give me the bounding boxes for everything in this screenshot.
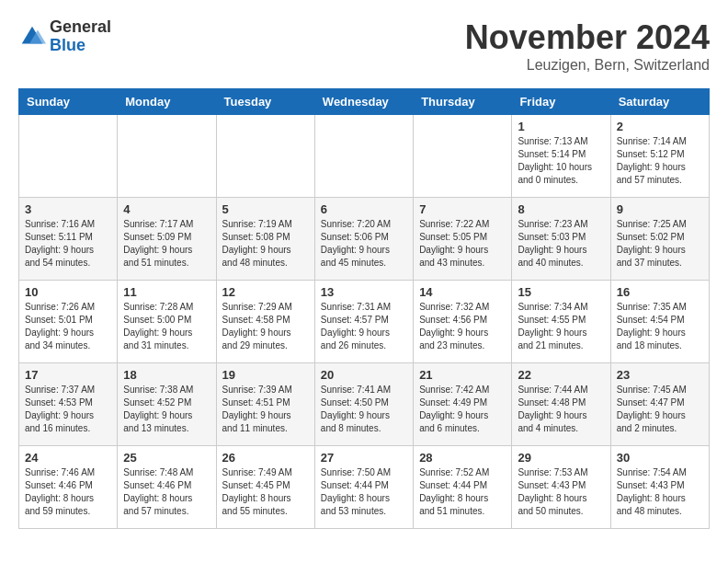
calendar-week-row: 3Sunrise: 7:16 AM Sunset: 5:11 PM Daylig…: [19, 198, 710, 281]
day-number: 25: [123, 451, 210, 465]
logo-text: General Blue: [50, 18, 111, 55]
day-number: 20: [321, 368, 407, 382]
day-info: Sunrise: 7:49 AM Sunset: 4:45 PM Dayligh…: [222, 466, 309, 518]
day-number: 3: [25, 202, 111, 216]
table-row: [19, 115, 118, 198]
day-info: Sunrise: 7:39 AM Sunset: 4:51 PM Dayligh…: [222, 384, 309, 435]
logo-general-text: General: [50, 18, 111, 37]
title-section: November 2024 Leuzigen, Bern, Switzerlan…: [465, 18, 710, 74]
day-number: 11: [123, 285, 210, 299]
table-row: 22Sunrise: 7:44 AM Sunset: 4:48 PM Dayli…: [512, 363, 610, 446]
header-tuesday: Tuesday: [216, 89, 314, 115]
table-row: [414, 115, 512, 198]
table-row: 11Sunrise: 7:28 AM Sunset: 5:00 PM Dayli…: [118, 281, 216, 363]
day-info: Sunrise: 7:25 AM Sunset: 5:02 PM Dayligh…: [617, 218, 703, 270]
day-number: 26: [222, 451, 309, 465]
table-row: 29Sunrise: 7:53 AM Sunset: 4:43 PM Dayli…: [512, 446, 610, 529]
day-info: Sunrise: 7:34 AM Sunset: 4:55 PM Dayligh…: [518, 301, 604, 352]
day-info: Sunrise: 7:26 AM Sunset: 5:01 PM Dayligh…: [25, 301, 111, 352]
day-info: Sunrise: 7:54 AM Sunset: 4:43 PM Dayligh…: [617, 466, 703, 518]
table-row: 7Sunrise: 7:22 AM Sunset: 5:05 PM Daylig…: [414, 198, 512, 281]
table-row: 10Sunrise: 7:26 AM Sunset: 5:01 PM Dayli…: [19, 281, 118, 363]
table-row: 17Sunrise: 7:37 AM Sunset: 4:53 PM Dayli…: [19, 363, 118, 446]
table-row: 6Sunrise: 7:20 AM Sunset: 5:06 PM Daylig…: [314, 198, 413, 281]
day-info: Sunrise: 7:31 AM Sunset: 4:57 PM Dayligh…: [321, 301, 407, 352]
day-number: 18: [123, 368, 210, 382]
table-row: 1Sunrise: 7:13 AM Sunset: 5:14 PM Daylig…: [512, 115, 610, 198]
day-info: Sunrise: 7:52 AM Sunset: 4:44 PM Dayligh…: [419, 466, 506, 518]
day-info: Sunrise: 7:22 AM Sunset: 5:05 PM Dayligh…: [419, 218, 506, 270]
day-info: Sunrise: 7:53 AM Sunset: 4:43 PM Dayligh…: [518, 466, 604, 518]
table-row: 19Sunrise: 7:39 AM Sunset: 4:51 PM Dayli…: [216, 363, 314, 446]
table-row: 27Sunrise: 7:50 AM Sunset: 4:44 PM Dayli…: [314, 446, 413, 529]
day-number: 9: [617, 202, 703, 216]
day-number: 23: [617, 368, 703, 382]
day-info: Sunrise: 7:28 AM Sunset: 5:00 PM Dayligh…: [123, 301, 210, 352]
calendar-header-row: Sunday Monday Tuesday Wednesday Thursday…: [19, 89, 710, 115]
header-monday: Monday: [118, 89, 216, 115]
day-number: 17: [25, 368, 111, 382]
table-row: 13Sunrise: 7:31 AM Sunset: 4:57 PM Dayli…: [314, 281, 413, 363]
table-row: 9Sunrise: 7:25 AM Sunset: 5:02 PM Daylig…: [610, 198, 709, 281]
day-number: 13: [321, 285, 407, 299]
day-number: 28: [419, 451, 506, 465]
table-row: 30Sunrise: 7:54 AM Sunset: 4:43 PM Dayli…: [610, 446, 709, 529]
table-row: 15Sunrise: 7:34 AM Sunset: 4:55 PM Dayli…: [512, 281, 610, 363]
day-info: Sunrise: 7:35 AM Sunset: 4:54 PM Dayligh…: [617, 301, 703, 352]
table-row: 2Sunrise: 7:14 AM Sunset: 5:12 PM Daylig…: [610, 115, 709, 198]
day-number: 14: [419, 285, 506, 299]
day-number: 30: [617, 451, 703, 465]
table-row: [118, 115, 216, 198]
day-number: 29: [518, 451, 604, 465]
calendar-week-row: 17Sunrise: 7:37 AM Sunset: 4:53 PM Dayli…: [19, 363, 710, 446]
day-info: Sunrise: 7:37 AM Sunset: 4:53 PM Dayligh…: [25, 384, 111, 435]
day-number: 16: [617, 285, 703, 299]
day-info: Sunrise: 7:44 AM Sunset: 4:48 PM Dayligh…: [518, 384, 604, 435]
calendar-week-row: 10Sunrise: 7:26 AM Sunset: 5:01 PM Dayli…: [19, 281, 710, 363]
table-row: 18Sunrise: 7:38 AM Sunset: 4:52 PM Dayli…: [118, 363, 216, 446]
day-info: Sunrise: 7:20 AM Sunset: 5:06 PM Dayligh…: [321, 218, 407, 270]
header-thursday: Thursday: [414, 89, 512, 115]
day-info: Sunrise: 7:19 AM Sunset: 5:08 PM Dayligh…: [222, 218, 309, 270]
day-info: Sunrise: 7:14 AM Sunset: 5:12 PM Dayligh…: [617, 135, 703, 187]
day-number: 10: [25, 285, 111, 299]
logo-icon: [18, 23, 46, 51]
table-row: 12Sunrise: 7:29 AM Sunset: 4:58 PM Dayli…: [216, 281, 314, 363]
day-info: Sunrise: 7:32 AM Sunset: 4:56 PM Dayligh…: [419, 301, 506, 352]
table-row: 26Sunrise: 7:49 AM Sunset: 4:45 PM Dayli…: [216, 446, 314, 529]
table-row: 21Sunrise: 7:42 AM Sunset: 4:49 PM Dayli…: [414, 363, 512, 446]
calendar-week-row: 24Sunrise: 7:46 AM Sunset: 4:46 PM Dayli…: [19, 446, 710, 529]
day-info: Sunrise: 7:16 AM Sunset: 5:11 PM Dayligh…: [25, 218, 111, 270]
table-row: 25Sunrise: 7:48 AM Sunset: 4:46 PM Dayli…: [118, 446, 216, 529]
day-number: 22: [518, 368, 604, 382]
day-info: Sunrise: 7:42 AM Sunset: 4:49 PM Dayligh…: [419, 384, 506, 435]
day-number: 15: [518, 285, 604, 299]
day-info: Sunrise: 7:38 AM Sunset: 4:52 PM Dayligh…: [123, 384, 210, 435]
day-info: Sunrise: 7:29 AM Sunset: 4:58 PM Dayligh…: [222, 301, 309, 352]
day-number: 8: [518, 202, 604, 216]
table-row: 16Sunrise: 7:35 AM Sunset: 4:54 PM Dayli…: [610, 281, 709, 363]
day-number: 19: [222, 368, 309, 382]
table-row: [314, 115, 413, 198]
logo-blue-text: Blue: [50, 37, 111, 55]
table-row: 20Sunrise: 7:41 AM Sunset: 4:50 PM Dayli…: [314, 363, 413, 446]
table-row: 8Sunrise: 7:23 AM Sunset: 5:03 PM Daylig…: [512, 198, 610, 281]
table-row: 23Sunrise: 7:45 AM Sunset: 4:47 PM Dayli…: [610, 363, 709, 446]
header-wednesday: Wednesday: [314, 89, 413, 115]
page-header: General Blue November 2024 Leuzigen, Ber…: [18, 18, 710, 74]
day-number: 5: [222, 202, 309, 216]
table-row: [216, 115, 314, 198]
logo: General Blue: [18, 18, 111, 55]
header-friday: Friday: [512, 89, 610, 115]
table-row: 4Sunrise: 7:17 AM Sunset: 5:09 PM Daylig…: [118, 198, 216, 281]
day-number: 2: [617, 120, 703, 133]
header-saturday: Saturday: [610, 89, 709, 115]
day-number: 4: [123, 202, 210, 216]
day-number: 1: [518, 120, 604, 133]
day-info: Sunrise: 7:17 AM Sunset: 5:09 PM Dayligh…: [123, 218, 210, 270]
day-number: 12: [222, 285, 309, 299]
header-sunday: Sunday: [19, 89, 118, 115]
table-row: 3Sunrise: 7:16 AM Sunset: 5:11 PM Daylig…: [19, 198, 118, 281]
day-number: 21: [419, 368, 506, 382]
day-info: Sunrise: 7:23 AM Sunset: 5:03 PM Dayligh…: [518, 218, 604, 270]
